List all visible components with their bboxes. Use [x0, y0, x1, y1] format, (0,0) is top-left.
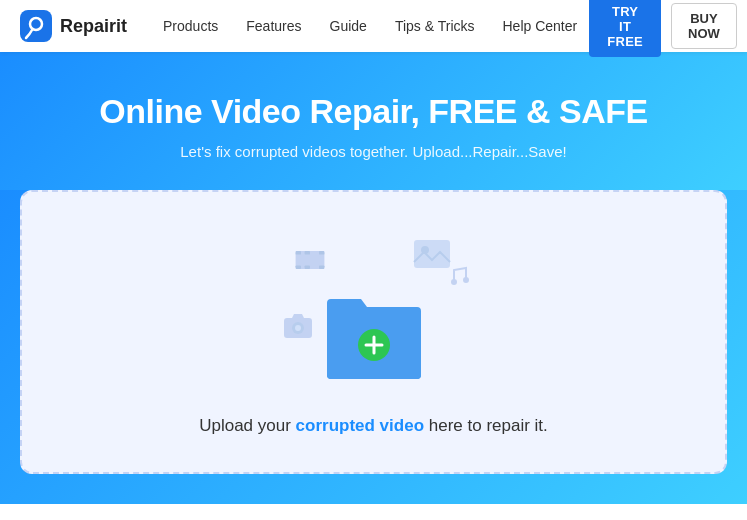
nav-actions: TRY IT FREE BUY NOW	[589, 0, 747, 57]
svg-rect-5	[295, 251, 300, 255]
svg-point-13	[451, 279, 457, 285]
svg-point-14	[463, 277, 469, 283]
upload-text-after: here to repair it.	[424, 416, 548, 435]
buy-now-button[interactable]: BUY NOW	[671, 3, 737, 49]
upload-card[interactable]: Upload your corrupted video here to repa…	[20, 190, 727, 474]
svg-rect-8	[319, 265, 324, 269]
hero-subtitle: Let's fix corrupted videos together. Upl…	[20, 143, 727, 160]
folder-illustration	[274, 232, 474, 392]
film-icon	[292, 242, 328, 278]
nav-tips[interactable]: Tips & Tricks	[383, 12, 487, 40]
hero-section: Online Video Repair, FREE & SAFE Let's f…	[0, 52, 747, 190]
nav-links: Products Features Guide Tips & Tricks He…	[151, 12, 589, 40]
svg-rect-6	[295, 265, 300, 269]
logo-area[interactable]: Repairit	[20, 10, 127, 42]
svg-rect-7	[319, 251, 324, 255]
hero-title: Online Video Repair, FREE & SAFE	[20, 92, 727, 131]
svg-rect-9	[304, 251, 309, 255]
nav-help[interactable]: Help Center	[491, 12, 590, 40]
folder-svg	[319, 283, 429, 392]
upload-text: Upload your corrupted video here to repa…	[199, 416, 548, 436]
logo-icon	[20, 10, 52, 42]
logo-text: Repairit	[60, 16, 127, 37]
camera-icon	[282, 310, 314, 342]
svg-point-17	[295, 325, 301, 331]
nav-features[interactable]: Features	[234, 12, 313, 40]
svg-rect-0	[20, 10, 52, 42]
svg-rect-10	[304, 265, 309, 269]
upload-section: Upload your corrupted video here to repa…	[0, 190, 747, 504]
music-icon	[444, 262, 472, 290]
navbar: Repairit Products Features Guide Tips & …	[0, 0, 747, 52]
nav-products[interactable]: Products	[151, 12, 230, 40]
upload-text-before: Upload your	[199, 416, 295, 435]
upload-text-highlight: corrupted video	[296, 416, 424, 435]
nav-guide[interactable]: Guide	[318, 12, 379, 40]
try-it-free-button[interactable]: TRY IT FREE	[589, 0, 661, 57]
